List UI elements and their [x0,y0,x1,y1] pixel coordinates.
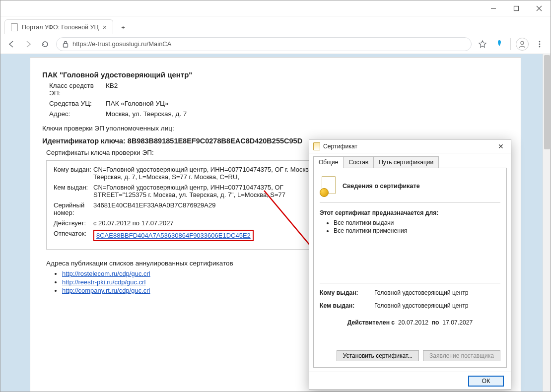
certificate-info-title: Сведения о сертификате [343,183,420,190]
divider [320,202,500,202]
scrollbar[interactable] [543,54,551,392]
cert-valid-value: с 20.07.2012 по 17.07.2027 [93,219,332,227]
dialog-validity: Действителен с 20.07.2012 по 17.07.2027 [320,319,500,326]
window-minimize-button[interactable] [482,0,505,16]
dialog-footer: ОК [309,372,511,390]
tab-general[interactable]: Общие [313,156,344,168]
cert-by-value: CN=Головной удостоверяющий центр, ИНН=00… [93,184,332,198]
certificate-large-icon [320,175,338,197]
window-close-button[interactable] [528,0,551,16]
address-value: Москва, ул. Тверская, д. 7 [106,110,187,118]
star-button[interactable] [477,38,488,50]
crl-link[interactable]: http://reestr-pki.ru/cdp/guc.crl [62,278,145,286]
url-text: https://e-trust.gosuslugi.ru/MainCA [72,40,171,48]
page-icon [11,23,18,31]
tab-certification-path[interactable]: Путь сертификации [373,156,439,168]
fingerprint-link[interactable]: 8CAE88BBFD404A7A53630864F9033606E1DC45E2 [96,232,251,239]
divider [320,283,500,283]
certificate-icon [313,142,320,150]
browser-tab[interactable]: Портал УФО: Головной УЦ × [4,19,113,34]
cert-serial-value: 34681E40CB41EF33A9A0B7C876929A29 [93,201,332,216]
tab-close-icon[interactable]: × [103,23,107,31]
list-item: Все политики применения [334,227,500,234]
page-title: ПАК "Головной удостоверяющий центр" [42,70,509,79]
dialog-close-button[interactable]: ✕ [495,142,507,150]
window-titlebar [0,0,551,16]
issuer-statement-button: Заявление поставщика [423,350,500,361]
address-label: Адрес: [42,110,106,118]
forward-button[interactable] [22,38,34,50]
dialog-titlebar: Сертификат ✕ [309,139,511,153]
reload-button[interactable] [39,38,51,50]
purpose-header: Этот сертификат предназначается для: [320,209,500,216]
certificate-dialog: Сертификат ✕ Общие Состав Путь сертифика… [309,139,511,390]
dialog-to-label: Кому выдан: [320,289,374,296]
cert-fp-label: Отпечаток: [54,230,93,241]
browser-toolbar: https://e-trust.gosuslugi.ru/MainCA [0,34,551,54]
install-certificate-button[interactable]: Установить сертификат... [337,350,419,361]
crl-link[interactable]: http://company.rt.ru/cdp/guc.crl [62,287,150,294]
valid-from: 20.07.2012 [398,319,428,326]
svg-point-5 [521,41,524,44]
valid-mid: по [432,319,439,326]
svg-point-7 [539,43,541,45]
list-item: Все политики выдачи [334,219,500,226]
toolbar-separator [510,38,511,50]
svg-rect-4 [64,44,68,47]
dialog-by-label: Кем выдан: [320,302,374,309]
extension-drop-icon[interactable] [493,38,505,50]
crl-link[interactable]: http://rostelecom.ru/cdp/guc.crl [62,270,150,277]
svg-point-6 [539,41,541,42]
valid-to: 17.07.2027 [442,319,473,326]
dialog-panel: Сведения о сертификате Этот сертификат п… [313,168,507,368]
cert-by-label: Кем выдан: [54,184,93,198]
cert-valid-label: Действует: [54,219,93,227]
address-bar[interactable]: https://e-trust.gosuslugi.ru/MainCA [56,37,472,51]
lock-icon [63,41,69,48]
new-tab-button[interactable]: + [116,20,130,34]
dialog-by-value: Головной удостоверяющий центр [374,302,469,309]
means-value: ПАК «Головной УЦ» [106,100,168,107]
tab-title: Портал УФО: Головной УЦ [22,24,99,31]
certificate-card: Кому выдан:CN=Головной удостоверяющий це… [46,160,339,250]
cert-serial-label: Серийный номер: [54,201,93,216]
valid-prefix: Действителен с [347,319,395,326]
purpose-list: Все политики выдачи Все политики примене… [334,219,500,235]
scrollbar-thumb[interactable] [544,55,550,149]
class-value: КВ2 [106,82,118,97]
dialog-tabs: Общие Состав Путь сертификации [313,156,507,168]
profile-button[interactable] [516,38,529,51]
menu-button[interactable] [534,38,546,50]
dialog-title: Сертификат [323,143,357,150]
browser-tabstrip: Портал УФО: Головной УЦ × + [0,16,551,34]
fingerprint-highlight: 8CAE88BBFD404A7A53630864F9033606E1DC45E2 [93,230,254,241]
class-label: Класс средств ЭП: [42,82,106,97]
ok-button[interactable]: ОК [468,376,504,387]
back-button[interactable] [5,38,17,50]
cert-to-label: Кому выдан: [54,166,93,181]
window-maximize-button[interactable] [505,0,528,16]
svg-point-8 [539,46,541,47]
keys-header: Ключи проверки ЭП уполномоченных лиц: [42,125,509,132]
svg-rect-1 [514,6,519,10]
tab-details[interactable]: Состав [343,156,374,168]
dialog-to-value: Головной удостоверяющий центр [374,289,469,296]
means-label: Средства УЦ: [42,100,106,107]
cert-to-value: CN=Головной удостоверяющий центр, ИНН=00… [93,166,332,181]
